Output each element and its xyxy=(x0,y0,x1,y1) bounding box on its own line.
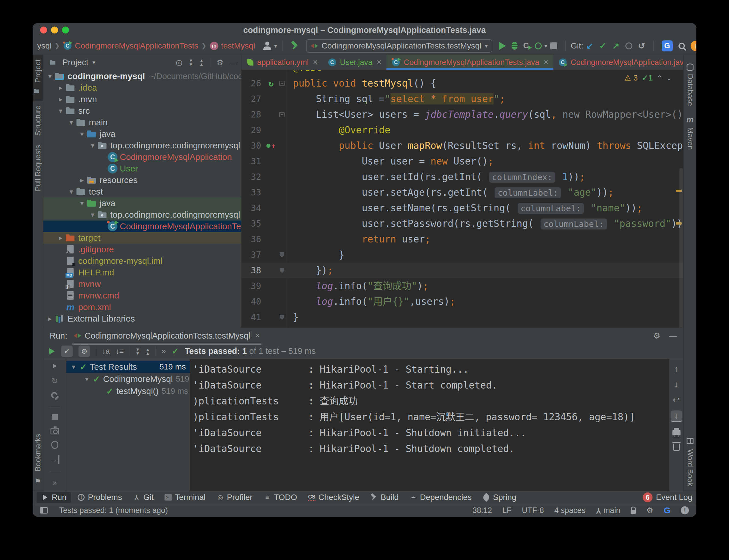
close-tab-icon[interactable]: ✕ xyxy=(543,59,549,66)
lock-icon[interactable] xyxy=(631,510,636,514)
editor-tab[interactable]: CUser.java✕ xyxy=(323,55,386,70)
git-branch-widget[interactable]: Y main xyxy=(596,506,620,515)
tree-item[interactable]: ▸External Libraries xyxy=(43,313,241,324)
run-console[interactable]: 'iDataSource: HikariPool-1 - Starting...… xyxy=(190,359,669,491)
caret-position[interactable]: 38:12 xyxy=(472,506,492,515)
breadcrumb-method[interactable]: testMysql xyxy=(221,41,255,51)
code-line[interactable]: 33 user.setAge(rs.getInt( columnLabel: "… xyxy=(242,185,683,200)
fold-end-icon[interactable] xyxy=(280,252,284,257)
breadcrumb-module[interactable]: ysql xyxy=(37,41,52,51)
tool-window-button-profiler[interactable]: ◎Profiler xyxy=(212,492,257,503)
alert-icon[interactable]: ! xyxy=(681,506,689,514)
code-line[interactable]: 34 user.setName(rs.getString( columnLabe… xyxy=(242,200,683,216)
tree-item[interactable]: ❯mvnw xyxy=(43,278,241,290)
rerun-tests-button[interactable] xyxy=(49,348,55,354)
tree-item[interactable]: ▸target xyxy=(43,232,241,244)
code-line[interactable]: 40 log.info("用户{}",users); xyxy=(242,294,683,309)
search-everywhere-icon[interactable] xyxy=(678,43,685,49)
test-settings-wrench-icon[interactable] xyxy=(51,392,59,400)
tree-item[interactable]: CUser xyxy=(43,163,241,174)
editor-tab[interactable]: CCodingmoreMysqlApplication.java✕ xyxy=(553,55,683,70)
git-history-button[interactable] xyxy=(625,42,632,49)
code-line[interactable]: 39 log.info("查询成功"); xyxy=(242,278,683,294)
breadcrumb-class[interactable]: CodingmoreMysqlApplicationTests xyxy=(75,41,198,51)
next-problem-button[interactable]: ⌄ xyxy=(666,74,672,82)
line-separator[interactable]: LF xyxy=(502,506,512,515)
mute-breakpoints-icon[interactable] xyxy=(51,441,58,449)
code-line[interactable]: 38 }); xyxy=(242,263,683,278)
test-tree-item[interactable]: ✓testMysql()519 ms xyxy=(66,385,190,397)
tree-item[interactable]: ▾top.codingmore.codingmoremysql xyxy=(43,140,241,151)
tree-chevron-icon[interactable]: ▸ xyxy=(56,234,65,242)
debug-button[interactable] xyxy=(512,42,517,50)
tree-item[interactable]: CCodingmoreMysqlApplicationTests xyxy=(43,221,241,232)
tree-item[interactable]: ▾main xyxy=(43,117,241,128)
thread-dump-camera-icon[interactable] xyxy=(51,428,59,434)
tool-window-tab-database[interactable]: Database xyxy=(685,55,695,111)
editor-tab[interactable]: CCodingmoreMysqlApplicationTests.java✕ xyxy=(386,55,553,70)
tree-chevron-icon[interactable]: ▾ xyxy=(78,130,86,138)
code-line[interactable]: 27 String sql ="select * from user"; xyxy=(242,91,683,107)
tree-item[interactable]: MDHELP.md xyxy=(43,267,241,278)
tree-item[interactable]: ▸.idea xyxy=(43,82,241,94)
layout-icon[interactable] xyxy=(40,507,48,514)
sort-by-duration-button[interactable]: ↓≡ xyxy=(115,347,124,356)
tree-chevron-icon[interactable]: ▾ xyxy=(46,72,54,80)
code-line[interactable]: 41} xyxy=(242,309,683,325)
show-passed-toggle[interactable]: ✓ xyxy=(61,346,73,357)
update-plugin-icon[interactable]: ↑ xyxy=(691,41,696,51)
tree-item[interactable]: ▾codingmore-mysql~/Documents/GitHub/codi xyxy=(43,70,241,82)
profiler-button[interactable] xyxy=(535,42,542,49)
expand-all-button[interactable]: ▼▼ xyxy=(136,348,140,355)
chevron-down-icon[interactable]: ▾ xyxy=(545,42,547,49)
test-tree-item[interactable]: ▾✓CodingmoreMysql519 ms xyxy=(66,373,190,385)
tree-chevron-icon[interactable]: ▸ xyxy=(56,84,65,92)
editor-tab[interactable]: application.yml✕ xyxy=(242,55,323,70)
down-stacktrace-button[interactable]: ↓ xyxy=(674,380,678,389)
more-chevrons-icon[interactable]: » xyxy=(53,478,57,487)
tree-item[interactable]: ▾top.codingmore.codingmoremysql xyxy=(43,209,241,221)
project-view-title[interactable]: Project xyxy=(62,58,88,67)
collapse-all-button[interactable]: ▲▲ xyxy=(200,59,204,66)
show-ignored-toggle[interactable]: ⊘ xyxy=(79,346,90,357)
chevron-down-icon[interactable]: ▾ xyxy=(274,42,277,49)
tool-window-button-terminal[interactable]: >_Terminal xyxy=(160,492,210,503)
close-icon[interactable]: ✕ xyxy=(255,332,260,339)
event-log-item[interactable]: 6 Event Log xyxy=(643,492,692,502)
tree-item[interactable]: .gitignore xyxy=(43,244,241,255)
code-line[interactable]: 31 User user = new User(); xyxy=(242,154,683,169)
git-update-button[interactable]: ↙ xyxy=(586,41,593,51)
stop-process-button[interactable] xyxy=(52,414,58,420)
prev-problem-button[interactable]: ⌃ xyxy=(657,74,662,82)
git-push-button[interactable]: ↗ xyxy=(612,41,619,51)
run-tab[interactable]: CodingmoreMysqlApplicationTests.testMysq… xyxy=(72,329,261,343)
tool-window-tab-structure[interactable]: Structure xyxy=(33,101,43,141)
tool-window-button-spring[interactable]: Spring xyxy=(478,492,521,503)
code-line[interactable]: 37 } xyxy=(242,247,683,263)
fold-end-icon[interactable] xyxy=(280,315,284,320)
settings-gear-icon[interactable]: ⚙ xyxy=(653,331,660,341)
close-tab-icon[interactable]: ✕ xyxy=(376,59,382,66)
tool-window-button-problems[interactable]: !Problems xyxy=(73,492,126,503)
tree-item[interactable]: mvnw.cmd xyxy=(43,290,241,301)
soft-wrap-button[interactable]: ↩ xyxy=(673,395,680,405)
code-editor[interactable]: @Test26↻public void testMysql() {27 Stri… xyxy=(242,70,683,328)
tool-window-tab-word-book[interactable]: Word Book xyxy=(685,434,695,491)
tree-chevron-icon[interactable]: ▾ xyxy=(88,211,97,219)
tool-window-button-dependencies[interactable]: Dependencies xyxy=(405,492,476,503)
tree-chevron-icon[interactable]: ▾ xyxy=(67,118,76,126)
tree-chevron-icon[interactable]: ▾ xyxy=(88,141,97,150)
run-configuration-select[interactable]: CodingmoreMysqlApplicationTests.testMysq… xyxy=(306,39,492,53)
fold-start-icon[interactable] xyxy=(279,81,285,86)
inspection-widget[interactable]: ⚠ 3 ✓1 ⌃ ⌄ xyxy=(624,73,672,83)
stop-button[interactable] xyxy=(550,42,557,49)
undo-button[interactable]: ↺ xyxy=(638,41,645,51)
build-hammer-icon[interactable] xyxy=(291,42,299,50)
print-icon[interactable] xyxy=(672,430,680,435)
chevron-down-icon[interactable]: ▾ xyxy=(92,59,95,66)
tool-window-tab-pull-requests[interactable]: Pull Requests xyxy=(33,140,43,196)
run-with-coverage-button[interactable]: C xyxy=(523,41,529,50)
tree-chevron-icon[interactable]: ▸ xyxy=(56,95,65,103)
code-line[interactable]: 26↻public void testMysql() { xyxy=(242,76,683,91)
run-button[interactable] xyxy=(499,42,506,50)
